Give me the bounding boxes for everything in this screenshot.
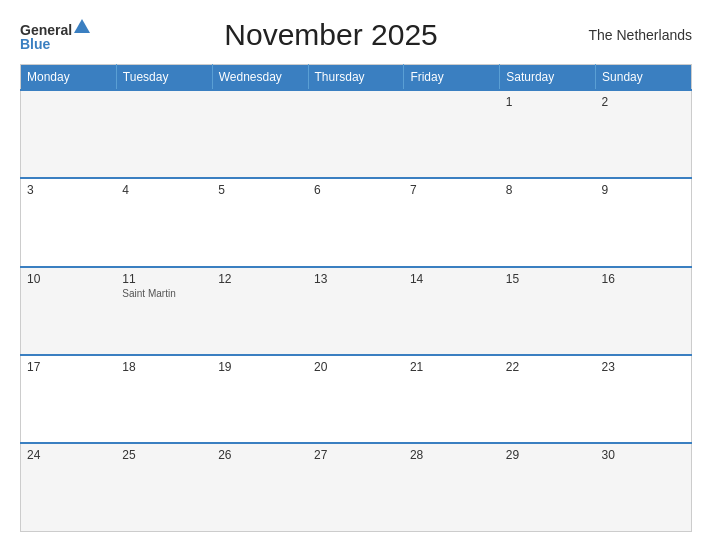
calendar-cell: 6 [308, 178, 404, 266]
day-number: 16 [602, 272, 685, 286]
col-saturday: Saturday [500, 65, 596, 91]
calendar-cell [404, 90, 500, 178]
calendar-week-row: 1011Saint Martin1213141516 [21, 267, 692, 355]
calendar-cell: 22 [500, 355, 596, 443]
day-number: 23 [602, 360, 685, 374]
day-number: 7 [410, 183, 494, 197]
calendar-cell: 8 [500, 178, 596, 266]
calendar-cell: 17 [21, 355, 117, 443]
calendar-week-row: 17181920212223 [21, 355, 692, 443]
calendar-cell: 23 [596, 355, 692, 443]
day-number: 3 [27, 183, 110, 197]
day-number: 28 [410, 448, 494, 462]
day-number: 2 [602, 95, 685, 109]
day-number: 9 [602, 183, 685, 197]
calendar-week-row: 12 [21, 90, 692, 178]
calendar-cell: 4 [116, 178, 212, 266]
day-number: 11 [122, 272, 206, 286]
calendar-week-row: 3456789 [21, 178, 692, 266]
weekday-header-row: Monday Tuesday Wednesday Thursday Friday… [21, 65, 692, 91]
calendar-cell: 28 [404, 443, 500, 531]
logo-blue: Blue [20, 37, 50, 51]
calendar-cell [116, 90, 212, 178]
day-number: 12 [218, 272, 302, 286]
logo: General Blue [20, 19, 90, 51]
day-number: 21 [410, 360, 494, 374]
calendar-cell: 27 [308, 443, 404, 531]
calendar-header: Monday Tuesday Wednesday Thursday Friday… [21, 65, 692, 91]
calendar-cell: 26 [212, 443, 308, 531]
day-number: 14 [410, 272, 494, 286]
calendar-cell: 15 [500, 267, 596, 355]
country-label: The Netherlands [572, 27, 692, 43]
header: General Blue November 2025 The Netherlan… [20, 18, 692, 52]
page: General Blue November 2025 The Netherlan… [0, 0, 712, 550]
holiday-label: Saint Martin [122, 288, 206, 299]
col-wednesday: Wednesday [212, 65, 308, 91]
col-thursday: Thursday [308, 65, 404, 91]
day-number: 15 [506, 272, 590, 286]
day-number: 20 [314, 360, 398, 374]
day-number: 24 [27, 448, 110, 462]
day-number: 22 [506, 360, 590, 374]
calendar-cell: 12 [212, 267, 308, 355]
calendar-cell: 21 [404, 355, 500, 443]
calendar-cell [308, 90, 404, 178]
day-number: 29 [506, 448, 590, 462]
calendar-table: Monday Tuesday Wednesday Thursday Friday… [20, 64, 692, 532]
calendar-cell: 19 [212, 355, 308, 443]
col-friday: Friday [404, 65, 500, 91]
col-tuesday: Tuesday [116, 65, 212, 91]
logo-triangle-icon [74, 19, 90, 33]
col-sunday: Sunday [596, 65, 692, 91]
calendar-cell [212, 90, 308, 178]
calendar-cell: 18 [116, 355, 212, 443]
day-number: 13 [314, 272, 398, 286]
day-number: 5 [218, 183, 302, 197]
col-monday: Monday [21, 65, 117, 91]
calendar-cell: 7 [404, 178, 500, 266]
day-number: 6 [314, 183, 398, 197]
calendar-cell: 29 [500, 443, 596, 531]
calendar-cell: 16 [596, 267, 692, 355]
day-number: 18 [122, 360, 206, 374]
calendar-body: 1234567891011Saint Martin121314151617181… [21, 90, 692, 532]
calendar-cell: 30 [596, 443, 692, 531]
calendar-cell [21, 90, 117, 178]
calendar-week-row: 24252627282930 [21, 443, 692, 531]
calendar-cell: 24 [21, 443, 117, 531]
day-number: 17 [27, 360, 110, 374]
logo-general: General [20, 23, 72, 37]
calendar-cell: 20 [308, 355, 404, 443]
calendar-cell: 3 [21, 178, 117, 266]
day-number: 26 [218, 448, 302, 462]
day-number: 25 [122, 448, 206, 462]
day-number: 4 [122, 183, 206, 197]
calendar-cell: 14 [404, 267, 500, 355]
calendar-title: November 2025 [90, 18, 572, 52]
calendar-cell: 2 [596, 90, 692, 178]
day-number: 30 [602, 448, 685, 462]
calendar-cell: 11Saint Martin [116, 267, 212, 355]
day-number: 10 [27, 272, 110, 286]
day-number: 19 [218, 360, 302, 374]
calendar-cell: 5 [212, 178, 308, 266]
calendar-cell: 10 [21, 267, 117, 355]
calendar-cell: 13 [308, 267, 404, 355]
calendar-cell: 9 [596, 178, 692, 266]
calendar-cell: 25 [116, 443, 212, 531]
day-number: 8 [506, 183, 590, 197]
day-number: 27 [314, 448, 398, 462]
calendar-cell: 1 [500, 90, 596, 178]
day-number: 1 [506, 95, 590, 109]
